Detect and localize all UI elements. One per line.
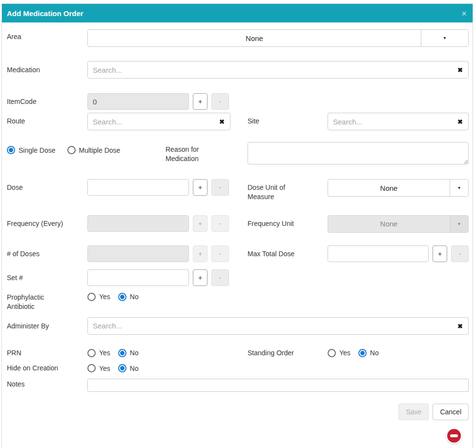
close-icon[interactable]: × <box>461 9 467 18</box>
standing-order-yes-radio[interactable]: Yes <box>328 349 351 357</box>
no-label: No <box>130 349 139 357</box>
chevron-down-icon: ▾ <box>458 222 460 226</box>
max-total-dose-increment-button[interactable]: + <box>433 245 447 262</box>
site-search-wrap: ✖ <box>328 113 469 130</box>
hide-on-creation-yes-radio[interactable]: Yes <box>87 364 110 372</box>
dose-type-radio-group: Single Dose Multiple Dose <box>7 142 166 154</box>
prn-no-radio[interactable]: No <box>118 349 139 357</box>
route-field-zone: ✖ <box>87 113 248 130</box>
area-dropdown-button[interactable]: ▾ <box>421 30 468 46</box>
hide-on-creation-radio-group: Yes No <box>87 364 139 372</box>
num-doses-input[interactable] <box>87 245 189 262</box>
minus-circle-icon[interactable] <box>446 428 462 444</box>
radio-selected-icon <box>118 349 126 357</box>
radio-unselected-icon <box>67 146 76 154</box>
medication-field-zone: ✖ <box>87 61 469 79</box>
frequency-input[interactable] <box>87 215 189 232</box>
standing-order-label: Standing Order <box>248 348 328 358</box>
dose-decrement-button[interactable]: - <box>211 179 229 196</box>
site-search-input[interactable] <box>328 113 469 130</box>
max-total-dose-input[interactable] <box>328 245 429 262</box>
dose-label: Dose <box>7 179 87 192</box>
no-label: No <box>130 293 139 301</box>
num-doses-increment-button[interactable]: + <box>193 245 207 262</box>
yes-label: Yes <box>339 349 351 357</box>
add-medication-order-modal: Add Medication Order × Area None ▾ Medic… <box>1 3 473 448</box>
multiple-dose-radio[interactable]: Multiple Dose <box>67 146 121 154</box>
route-search-input[interactable] <box>87 113 230 130</box>
area-row: Area None ▾ <box>7 29 469 47</box>
frequency-increment-button[interactable]: + <box>193 215 207 232</box>
frequency-decrement-button[interactable]: - <box>211 215 229 232</box>
dose-unit-dropdown-button[interactable]: ▾ <box>450 180 468 196</box>
hide-on-creation-no-radio[interactable]: No <box>118 364 139 372</box>
set-number-field-zone: + - <box>87 269 248 286</box>
cancel-button[interactable]: Cancel <box>433 404 469 420</box>
standing-order-no-radio[interactable]: No <box>358 349 379 357</box>
max-total-dose-decrement-button[interactable]: - <box>451 245 469 262</box>
radio-unselected-icon <box>87 364 96 372</box>
administer-by-label: Administer By <box>7 317 87 331</box>
save-button[interactable]: Save <box>398 404 429 420</box>
site-label: Site <box>248 113 328 126</box>
set-number-increment-button[interactable]: + <box>193 269 207 286</box>
prophylactic-radio-group: Yes No <box>87 293 139 301</box>
radio-selected-icon <box>118 293 126 301</box>
itemcode-field-zone: + - <box>87 93 248 110</box>
area-field-zone: None ▾ <box>87 29 469 47</box>
clear-icon[interactable]: ✖ <box>219 118 225 125</box>
fab-zone <box>7 428 469 444</box>
prophylactic-yes-radio[interactable]: Yes <box>87 293 110 301</box>
prophylactic-label: Prophylactic Antibiotic <box>7 293 87 311</box>
chevron-down-icon: ▾ <box>443 36 446 41</box>
dose-increment-button[interactable]: + <box>193 179 207 196</box>
num-doses-row: # of Doses + - Max Total Dose + - <box>7 245 469 262</box>
frequency-unit-select[interactable]: None ▾ <box>328 215 469 233</box>
clear-icon[interactable]: ✖ <box>457 118 463 125</box>
notes-field-zone <box>87 379 469 392</box>
set-number-decrement-button[interactable]: - <box>211 269 229 286</box>
itemcode-increment-button[interactable]: + <box>193 93 207 110</box>
administer-by-row: Administer By ✖ <box>7 317 469 335</box>
multiple-dose-label: Multiple Dose <box>79 146 121 154</box>
dose-field-zone: + - <box>87 179 248 196</box>
clear-icon[interactable]: ✖ <box>457 66 463 74</box>
num-doses-field-zone: + - <box>87 245 248 262</box>
notes-row: Notes <box>7 379 469 392</box>
dose-input[interactable] <box>87 179 189 196</box>
itemcode-input[interactable] <box>87 93 189 110</box>
dose-unit-select[interactable]: None ▾ <box>328 179 469 197</box>
num-doses-label: # of Doses <box>7 245 87 259</box>
modal-title: Add Medication Order <box>7 9 83 18</box>
frequency-unit-dropdown-button[interactable]: ▾ <box>450 216 468 232</box>
frequency-unit-field-zone: None ▾ <box>328 215 469 233</box>
num-doses-decrement-button[interactable]: - <box>211 245 229 262</box>
site-field-zone: ✖ <box>328 113 469 130</box>
frequency-label: Frequency (Every) <box>7 215 87 228</box>
clear-icon[interactable]: ✖ <box>457 322 463 329</box>
modal-header: Add Medication Order × <box>2 4 473 22</box>
frequency-unit-label: Frequency Unit <box>248 215 328 228</box>
prophylactic-field-zone: Yes No <box>87 293 248 301</box>
yes-label: Yes <box>99 293 110 301</box>
set-number-input[interactable] <box>87 269 189 286</box>
itemcode-decrement-button[interactable]: - <box>211 93 229 110</box>
no-label: No <box>130 365 139 372</box>
dose-type-reason-row: Single Dose Multiple Dose Reason for Med… <box>7 142 469 164</box>
radio-selected-icon <box>358 349 367 357</box>
frequency-row: Frequency (Every) + - Frequency Unit Non… <box>7 215 469 233</box>
administer-by-search-input[interactable] <box>87 317 469 335</box>
single-dose-radio[interactable]: Single Dose <box>7 146 56 154</box>
prophylactic-no-radio[interactable]: No <box>118 293 139 301</box>
reason-for-medication-textarea[interactable] <box>248 142 469 164</box>
medication-search-input[interactable] <box>87 61 469 79</box>
radio-selected-icon <box>118 364 126 372</box>
route-search-wrap: ✖ <box>87 113 230 130</box>
radio-unselected-icon <box>87 349 96 357</box>
set-number-label: Set # <box>7 269 87 283</box>
notes-input[interactable] <box>87 379 469 392</box>
no-label: No <box>370 349 379 357</box>
area-select[interactable]: None ▾ <box>87 29 469 47</box>
prn-yes-radio[interactable]: Yes <box>87 349 110 357</box>
action-buttons: Save Cancel <box>7 404 469 420</box>
